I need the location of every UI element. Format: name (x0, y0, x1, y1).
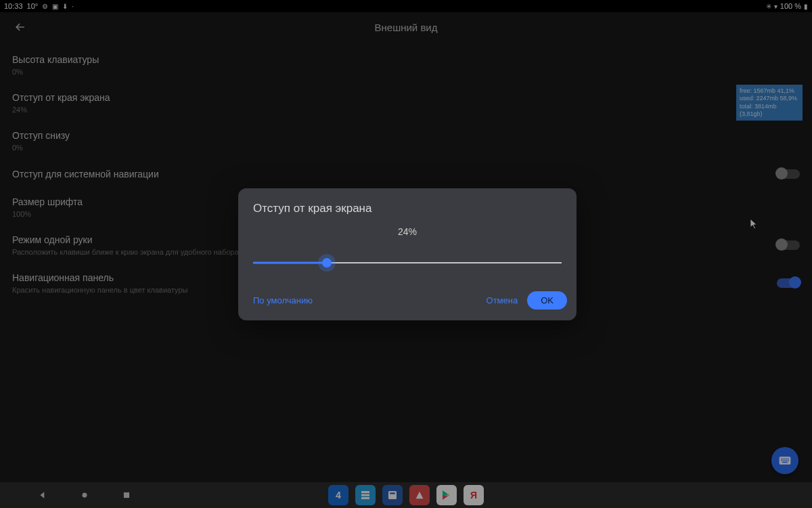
default-button[interactable]: По умолчанию (253, 295, 313, 305)
padding-slider[interactable] (253, 255, 562, 271)
dialog-title: Отступ от края экрана (238, 202, 577, 226)
dialog-value: 24% (238, 226, 577, 237)
edge-padding-dialog: Отступ от края экрана 24% По умолчанию О… (238, 188, 577, 320)
cancel-button[interactable]: Отмена (487, 295, 518, 305)
ok-button[interactable]: OK (527, 291, 567, 310)
